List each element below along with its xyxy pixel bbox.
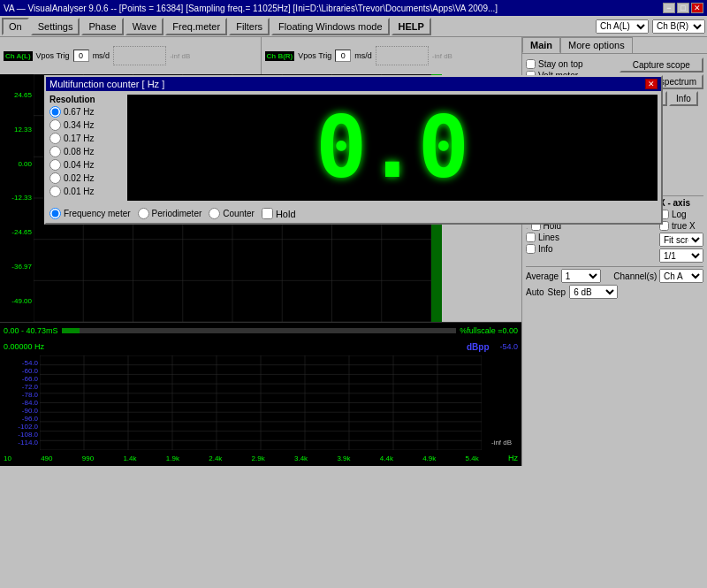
status-fullscale: %fullscale =0.00: [460, 326, 518, 335]
multifunction-counter-dialog: Multifunction counter [ Hz ] ✕ Resolutio…: [44, 75, 663, 225]
spec-y-2: -66.0: [0, 375, 40, 383]
res-1-label: 0.34 Hz: [64, 120, 94, 130]
tab-bar: Main More options: [522, 37, 707, 54]
y-lines-row: Lines: [526, 233, 561, 242]
average-section: Average 1 Channel(s) Ch A Auto Step: [526, 266, 703, 299]
res-5-label: 0.02 Hz: [64, 173, 94, 183]
menu-on[interactable]: On: [2, 18, 29, 35]
res-3-input[interactable]: [49, 146, 61, 157]
x-7: 3.4k: [294, 454, 308, 462]
close-button[interactable]: ✕: [691, 3, 703, 13]
channels-select[interactable]: Ch A: [659, 269, 703, 283]
msd-label-a: ms/d: [93, 51, 110, 60]
y-label-2: 0.00: [0, 160, 34, 168]
status-time: 0.00 - 40.73mS: [4, 326, 58, 335]
y-label-0: 24.65: [0, 91, 34, 99]
y-lines-input[interactable]: [526, 233, 536, 242]
time-scrollbar[interactable]: [62, 328, 457, 333]
menu-freq-meter[interactable]: Freq.meter: [165, 18, 227, 35]
title-text: VA — VisualAnalyser 9.0.6 -- [Points = 1…: [4, 4, 498, 13]
res-1-input[interactable]: [49, 119, 61, 131]
x-8: 3.9k: [337, 454, 350, 462]
channel-header: Ch A(L) Vpos Trig ms/d -inf dB Ch B(R) V…: [0, 37, 521, 74]
vpos-input-a[interactable]: [73, 50, 89, 62]
counter-mode-input[interactable]: [209, 208, 220, 219]
ratio-row: 1/1: [659, 248, 703, 263]
res-3-row: 0.08 Hz: [49, 146, 120, 157]
stay-on-top-input[interactable]: [526, 59, 536, 69]
spec-y-3: -72.0: [0, 383, 40, 391]
menu-phase[interactable]: Phase: [81, 18, 123, 35]
osc-status-bar: 0.00 - 40.73mS %fullscale =0.00: [0, 322, 521, 338]
spectrum-grid-svg: [40, 355, 482, 450]
res-2-input[interactable]: [49, 133, 61, 144]
y-label-4: -24.65: [0, 228, 34, 236]
x-log-label: Log: [672, 210, 687, 219]
fit-screen-select[interactable]: Fit screen: [659, 233, 703, 247]
ratio-select[interactable]: 1/1: [659, 248, 703, 263]
spec-y-5: -84.0: [0, 399, 40, 407]
auto-label: Auto: [526, 287, 544, 297]
res-5-input[interactable]: [49, 172, 61, 184]
x-2: 990: [82, 454, 94, 462]
step-select[interactable]: 6 dB: [569, 285, 618, 299]
info-btn[interactable]: Info: [669, 91, 698, 106]
average-select[interactable]: 1: [561, 269, 601, 283]
dotted-area-a: [113, 46, 166, 65]
dialog-body: Resolution 0.67 Hz 0.34 Hz 0.17 Hz 0.08 …: [46, 91, 661, 204]
average-row: Average 1 Channel(s) Ch A: [526, 269, 703, 283]
channels-label: Channel(s): [613, 271, 657, 281]
capture-scope-btn[interactable]: Capture scope: [620, 57, 703, 73]
menu-settings[interactable]: Settings: [31, 18, 80, 35]
ch-b-label: Ch B(R): [265, 51, 295, 61]
freq-meter-mode-input[interactable]: [49, 208, 61, 219]
tab-main[interactable]: Main: [522, 37, 560, 53]
step-row: Auto Step 6 dB: [526, 285, 703, 299]
mode-radio-group: Frequency meter Periodimeter Counter: [49, 208, 255, 219]
x-11: 5.4k: [466, 454, 479, 462]
counter-value: 0.0: [315, 98, 468, 197]
res-4-input[interactable]: [49, 159, 61, 171]
ch-header-right: Ch B(R) Vpos Trig ms/d -inf dB: [262, 37, 522, 74]
dialog-bottom: Frequency meter Periodimeter Counter Hol…: [46, 204, 661, 223]
x-axis-right: X - axis Log true X Fit screen: [659, 198, 703, 263]
ch-b-select[interactable]: Ch B(R): [652, 19, 705, 34]
x-6: 2.9k: [252, 454, 265, 462]
counter-mode-label: Counter: [223, 209, 255, 218]
res-0-input[interactable]: [49, 106, 61, 118]
vpos-trig-a: Vpos Trig: [36, 51, 70, 60]
vpos-input-b[interactable]: [335, 50, 351, 62]
tab-more-options[interactable]: More options: [560, 37, 633, 53]
maximize-button[interactable]: □: [677, 3, 689, 13]
x-truex-label: true X: [672, 221, 696, 231]
x-0: 10: [4, 454, 11, 462]
menu-filters[interactable]: Filters: [229, 18, 270, 35]
x-log-row: Log: [659, 210, 703, 219]
fit-screen-row: Fit screen: [659, 233, 703, 247]
periodimeter-mode-input[interactable]: [138, 208, 149, 219]
menu-floating-windows[interactable]: Floating Windows mode: [271, 18, 389, 35]
spec-inf-db: -inf dB: [491, 439, 512, 447]
menu-help[interactable]: HELP: [392, 18, 431, 35]
y-info-input[interactable]: [526, 244, 536, 254]
res-2-label: 0.17 Hz: [64, 134, 94, 143]
res-5-row: 0.02 Hz: [49, 172, 120, 184]
counter-mode-row: Counter: [209, 208, 255, 219]
hold-input[interactable]: [262, 208, 273, 219]
res-6-input[interactable]: [49, 186, 61, 197]
spectrum-right-inf: -inf dB: [482, 355, 521, 450]
menu-wave[interactable]: Wave: [125, 18, 164, 35]
y-info-row: Info: [526, 244, 561, 254]
dialog-close-button[interactable]: ✕: [645, 79, 658, 89]
counter-display: 0.0: [127, 95, 658, 201]
ch-selectors: Ch A(L) Ch B(R): [433, 19, 705, 34]
average-left: Average 1: [526, 269, 601, 283]
spec-y-7: -96.0: [0, 415, 40, 423]
y-label-1: 12.33: [0, 126, 34, 134]
y-label-3: -12.33: [0, 194, 34, 202]
freq-meter-mode-row: Frequency meter: [49, 208, 131, 219]
minimize-button[interactable]: −: [663, 3, 675, 13]
ch-a-select[interactable]: Ch A(L): [596, 19, 649, 34]
res-0-label: 0.67 Hz: [64, 107, 94, 117]
db-number-display: -54.0: [499, 342, 518, 351]
